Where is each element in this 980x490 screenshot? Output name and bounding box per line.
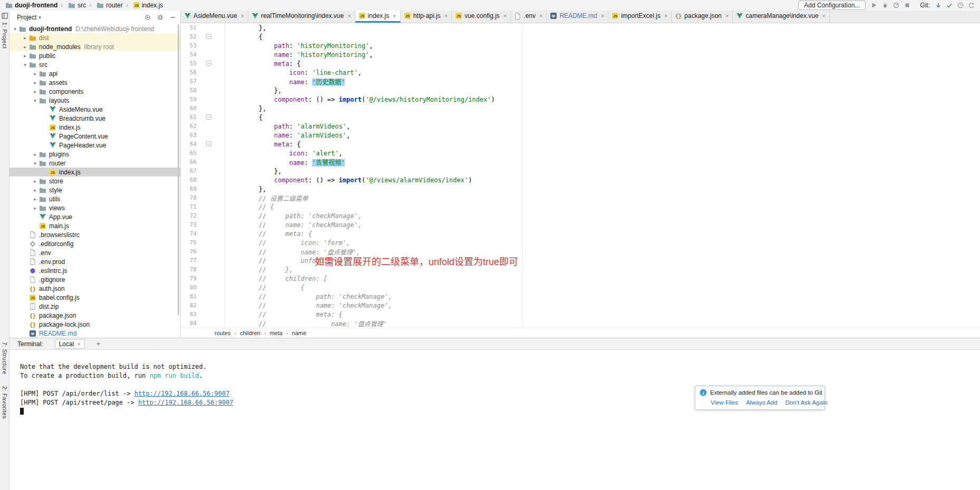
close-icon[interactable]: × (241, 13, 244, 19)
code-line[interactable]: 69 }, (181, 184, 980, 193)
tree-item[interactable]: ▸public (9, 51, 180, 60)
editor-breadcrumb-item[interactable]: meta (260, 330, 283, 336)
close-icon[interactable]: × (503, 13, 507, 19)
tool-stripe-favorites[interactable]: 2: Favorites (2, 386, 8, 419)
add-configuration-button[interactable]: Add Configuration... (798, 1, 866, 10)
tree-item[interactable]: ▾src (9, 60, 180, 69)
chevron-down-icon[interactable]: ▾ (12, 26, 18, 32)
tree-item[interactable]: MREADME.md (9, 329, 180, 338)
tree-item[interactable]: .env.prod (9, 257, 180, 266)
always-add-link[interactable]: Always Add (746, 399, 777, 406)
code-line[interactable]: 83 // meta: { (181, 310, 980, 319)
editor-tab[interactable]: AsideMenu.vue× (181, 11, 248, 23)
code-line[interactable]: 81 // path: 'checkManage', (181, 292, 980, 301)
code-line[interactable]: 67 }, (181, 166, 980, 175)
tree-item[interactable]: PageContent.vue (9, 132, 180, 141)
code-line[interactable]: 56 icon: 'line-chart', (181, 68, 980, 77)
code-line[interactable]: 53 path: 'historyMonitoring', (181, 41, 980, 50)
code-line[interactable]: 79 // children: [ (181, 274, 980, 283)
fold-marker-icon[interactable]: − (206, 34, 211, 39)
code-line[interactable]: 77 // unfold:true (181, 256, 980, 265)
code-line[interactable]: 62 path: 'alarmVideos', (181, 122, 980, 131)
editor-breadcrumb-item[interactable]: name (283, 330, 306, 336)
tree-item[interactable]: .editorconfig (9, 239, 180, 248)
terminal-output[interactable]: Note that the development build is not o… (9, 350, 980, 490)
code-line[interactable]: 63 name: 'alarmVideos', (181, 131, 980, 140)
tree-item[interactable]: JSmain.js (9, 221, 180, 230)
chevron-right-icon[interactable]: ▸ (32, 80, 38, 85)
locate-icon[interactable] (144, 14, 151, 21)
close-icon[interactable]: × (822, 13, 826, 19)
profiler-icon[interactable] (893, 2, 899, 8)
tree-item[interactable]: ▸api (9, 69, 180, 78)
editor-tab[interactable]: {}package.json× (672, 11, 733, 23)
code-line[interactable]: 55− meta: { (181, 59, 980, 68)
tree-item[interactable]: AsideMenu.vue (9, 105, 180, 114)
chevron-right-icon[interactable]: ▸ (22, 53, 28, 58)
close-icon[interactable]: × (444, 13, 448, 19)
code-editor[interactable]: 51 },52− {53 path: 'historyMonitoring',5… (181, 23, 980, 328)
code-line[interactable]: 84 // name: '盘点管理' (181, 319, 980, 328)
code-line[interactable]: 75 // icon: 'form', (181, 238, 980, 247)
tree-item[interactable]: ▸assets (9, 78, 180, 87)
tree-item[interactable]: ▸components (9, 87, 180, 96)
tree-item[interactable]: .env (9, 248, 180, 257)
close-icon[interactable]: × (601, 13, 604, 19)
tree-item[interactable]: ▸store (9, 177, 180, 185)
tool-window-icon[interactable] (2, 13, 8, 19)
code-line[interactable]: 60 }, (181, 104, 980, 113)
code-line[interactable]: 61− { (181, 113, 980, 122)
chevron-right-icon[interactable]: ▸ (32, 152, 38, 157)
code-line[interactable]: 65 icon: 'alert', (181, 149, 980, 158)
code-line[interactable]: 71 // { (181, 202, 980, 211)
stop-icon[interactable] (904, 2, 910, 8)
tree-item[interactable]: App.vue (9, 212, 180, 221)
project-view-selector[interactable]: Project (17, 14, 36, 21)
tree-item[interactable]: .eslintrc.js (9, 266, 180, 275)
editor-tab[interactable]: cameraManage\index.vue× (733, 11, 830, 23)
editor-tab[interactable]: JSvue.config.js× (452, 11, 511, 23)
breadcrumb-item[interactable]: router (87, 2, 123, 9)
rollback-icon[interactable] (968, 2, 975, 8)
tree-item[interactable]: JSindex.js (9, 168, 180, 177)
close-icon[interactable]: × (539, 13, 542, 19)
tree-item[interactable]: Breadcrumb.vue (9, 114, 180, 123)
code-line[interactable]: 57 name: '历史数据' (181, 77, 980, 86)
code-line[interactable]: 76 // name: '盘点管理', (181, 247, 980, 256)
fold-marker-icon[interactable]: − (206, 61, 211, 66)
tree-scrollbar[interactable] (178, 24, 179, 315)
tree-item[interactable]: ▸node_moduleslibrary root (9, 42, 180, 51)
editor-breadcrumb-item[interactable]: children (231, 330, 260, 336)
editor-tab[interactable]: realTimeMonitoring\index.vue× (248, 11, 355, 23)
code-line[interactable]: 59 component: () => import('@/views/hist… (181, 95, 980, 104)
chevron-down-icon[interactable]: ▾ (22, 62, 28, 67)
tool-stripe-project[interactable]: 1: Project (2, 22, 8, 48)
tree-item[interactable]: {}auth.json (9, 284, 180, 293)
close-icon[interactable]: × (664, 13, 667, 19)
tree-item[interactable]: JSbabel.config.js (9, 293, 180, 302)
editor-tab[interactable]: JSindex.js× (355, 11, 401, 23)
close-icon[interactable]: × (725, 13, 729, 19)
code-line[interactable]: 66 name: '告警视频' (181, 158, 980, 166)
fold-marker-icon[interactable]: − (206, 114, 211, 120)
commit-icon[interactable] (946, 2, 953, 8)
code-line[interactable]: 70 // 设置二级菜单 (181, 193, 980, 202)
run-icon[interactable] (871, 2, 877, 8)
tree-item[interactable]: JSindex.js (9, 123, 180, 132)
dont-ask-again-link[interactable]: Don't Ask Again (785, 399, 828, 406)
tree-item[interactable]: ▸dist (9, 33, 180, 42)
view-files-link[interactable]: View Files (711, 399, 738, 406)
fold-marker-icon[interactable]: − (206, 141, 211, 146)
editor-tab[interactable]: .env× (511, 11, 547, 23)
tree-item[interactable]: ▸views (9, 203, 180, 212)
tree-item[interactable]: ▾duoji-frontendD:\zheheWeb\duoji-fronten… (9, 24, 180, 33)
tree-item[interactable]: .browserslistrc (9, 230, 180, 239)
code-line[interactable]: 68 component: () => import('@/views/alar… (181, 175, 980, 184)
tree-item[interactable]: PageHeader.vue (9, 141, 180, 150)
chevron-right-icon[interactable]: ▸ (32, 89, 38, 94)
breadcrumb-item[interactable]: src (59, 2, 87, 9)
terminal-link[interactable]: http://192.168.66.56:9007 (138, 399, 234, 406)
code-line[interactable]: 72 // path: 'checkManage', (181, 211, 980, 220)
terminal-link[interactable]: http://192.168.66.56:9007 (134, 390, 230, 397)
add-tab-icon[interactable]: + (96, 340, 101, 348)
